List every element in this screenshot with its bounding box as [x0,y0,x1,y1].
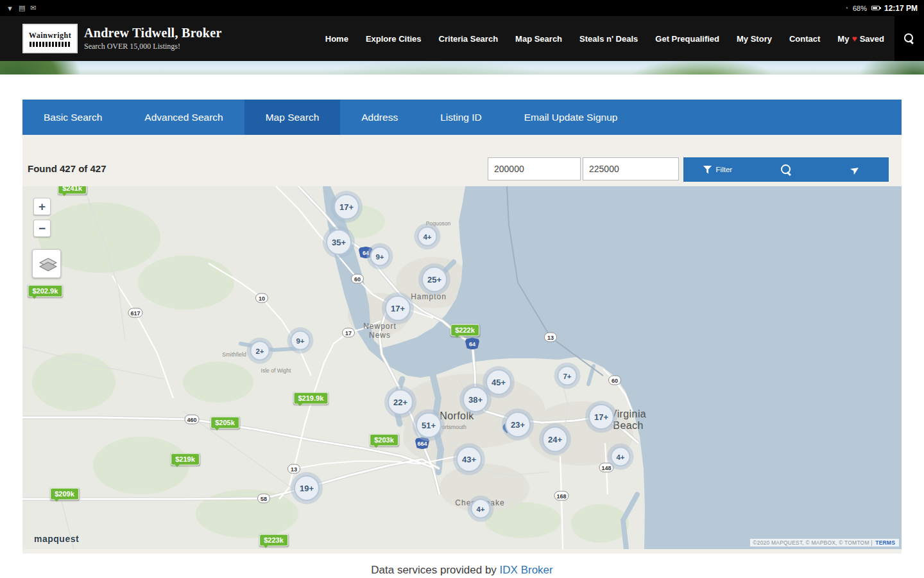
idx-broker-link[interactable]: IDX Broker [500,564,553,576]
price-marker[interactable]: $203k [370,434,398,446]
map-label-portsmouth: Portsmouth [438,424,466,430]
clock: 12:17 PM [884,4,918,13]
map-label-hampton: Hampton [411,292,447,301]
listing-cluster[interactable]: 23+ [505,412,531,437]
road-shield-10: 10 [255,293,268,303]
content-panel: Found 427 of 427 Filter ➤ [22,135,902,554]
nav-item-my-saved[interactable]: My♥Saved [837,33,884,44]
listing-cluster[interactable]: 9+ [291,331,311,351]
road-shield-17: 17 [342,328,355,338]
layers-icon [40,259,54,269]
listing-cluster[interactable]: 4+ [611,447,631,467]
price-marker[interactable]: $219k [171,453,200,466]
listing-cluster[interactable]: 43+ [456,446,482,472]
nav-item-explore-cities[interactable]: Explore Cities [366,34,422,44]
listing-cluster[interactable]: 7+ [558,366,578,386]
search-icon [781,164,791,175]
listing-cluster[interactable]: 22+ [388,389,413,415]
status-icon-1: ▤ [19,4,25,12]
road-shield-13: 13 [287,464,300,474]
map-label-isle-of-wight: Isle of Wight [261,367,291,374]
road-shield-64: 64 [465,338,479,350]
listing-cluster[interactable]: 51+ [416,412,441,438]
price-marker[interactable]: $223k [259,534,288,547]
price-marker[interactable]: $241k [58,186,87,195]
status-bar: ▼▤✉ ◔ 68% 12:17 PM [0,0,924,16]
listing-cluster[interactable]: 4+ [418,227,438,247]
nav-item-criteria-search[interactable]: Criteria Search [439,34,499,44]
nav-item-my-story[interactable]: My Story [737,34,772,44]
results-count: Found 427 of 427 [28,163,107,174]
map-search-button[interactable] [752,157,821,182]
site-subtitle: Search OVER 15,000 Listings! [84,42,222,51]
listing-cluster[interactable]: 35+ [326,229,352,255]
nav-item-steals-n-deals[interactable]: Steals n' Deals [579,34,638,44]
min-price-input[interactable] [488,157,581,180]
filter-label: Filter [716,166,733,173]
price-marker[interactable]: $202.9k [28,285,62,297]
header-search-button[interactable] [894,16,924,61]
price-marker[interactable]: $222k [450,324,479,337]
attribution-text: ©2020 MAPQUEST, © MAPBOX, © TOMTOM | [753,539,872,546]
tab-email-update-signup[interactable]: Email Update Signup [503,100,639,135]
logo-text: Wainwright [29,31,71,40]
status-icon-2: ✉ [30,4,36,12]
listing-cluster[interactable]: 17+ [588,404,614,430]
listing-cluster[interactable]: 24+ [542,426,568,452]
listing-cluster[interactable]: 17+ [385,295,411,321]
search-tabs: Basic SearchAdvanced SearchMap SearchAdd… [22,100,902,135]
price-marker[interactable]: $209k [50,488,79,500]
tab-address[interactable]: Address [340,100,419,135]
max-price-input[interactable] [583,157,679,180]
map-label-norfolk: Norfolk [440,410,474,422]
map-actions-bar: Filter ➤ [683,157,889,182]
price-marker[interactable]: $219.9k [293,392,328,405]
nav-item-get-prequalified[interactable]: Get Prequalified [655,34,719,44]
status-misc-icon: ◔ [844,4,848,12]
tab-advanced-search[interactable]: Advanced Search [123,100,244,135]
listing-cluster[interactable]: 2+ [250,341,270,361]
heart-icon: ♥ [851,33,857,44]
price-marker[interactable]: $205k [210,417,239,429]
nav-item-home[interactable]: Home [325,34,348,44]
status-left-icons: ▼▤✉ [6,4,37,12]
filter-icon [703,166,712,174]
nav-item-map-search[interactable]: Map Search [515,34,562,44]
map-attribution: ©2020 MAPQUEST, © MAPBOX, © TOMTOM | TER… [750,539,899,547]
road-shield-617: 617 [128,308,142,318]
map-canvas[interactable]: NorfolkPortsmouthHamptonNewport NewsChes… [22,186,902,549]
listing-cluster[interactable]: 9+ [370,247,390,267]
map-layers-button[interactable] [32,249,61,278]
listing-cluster[interactable]: 25+ [422,267,447,292]
status-icon-0: ▼ [6,4,13,12]
hero-image-strip [0,61,924,74]
footer-note: Data services provided by IDX Broker [0,564,924,577]
tab-listing-id[interactable]: Listing ID [419,100,503,135]
listing-cluster[interactable]: 45+ [486,369,511,395]
zoom-in-button[interactable]: + [33,198,51,215]
listing-cluster[interactable]: 4+ [471,499,491,519]
zoom-out-button[interactable]: − [33,220,51,237]
locate-button[interactable]: ➤ [820,157,889,182]
main-nav: HomeExplore CitiesCriteria SearchMap Sea… [325,33,884,44]
road-shield-58: 58 [257,494,270,504]
brokerage-logo[interactable]: Wainwright [22,24,78,53]
map-label-newport-news: Newport News [359,322,400,340]
map-label-smithfield: Smithfield [222,351,246,358]
map-label-poquoson: Poquoson [426,220,450,227]
nav-item-contact[interactable]: Contact [789,34,820,44]
tab-map-search[interactable]: Map Search [244,100,341,135]
map-overlays: NorfolkPortsmouthHamptonNewport NewsChes… [22,186,902,549]
road-shield-13: 13 [544,333,557,342]
navigation-arrow-icon: ➤ [848,162,861,177]
battery-icon [871,6,880,10]
listing-cluster[interactable]: 19+ [294,475,320,501]
road-shield-664: 664 [415,437,429,450]
tab-basic-search[interactable]: Basic Search [22,100,123,135]
filter-button[interactable]: Filter [683,157,752,182]
terms-link[interactable]: TERMS [874,539,896,546]
listing-cluster[interactable]: 17+ [334,194,359,220]
saved-post-label: Saved [860,34,884,44]
listing-cluster[interactable]: 38+ [463,387,488,412]
road-shield-60: 60 [608,376,621,385]
